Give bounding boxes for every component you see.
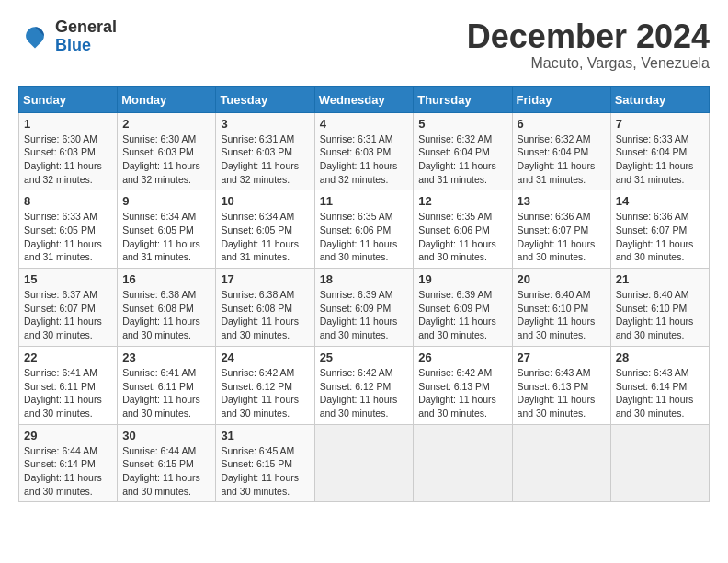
day-header-monday: Monday bbox=[118, 86, 216, 112]
day-detail: Sunrise: 6:34 AMSunset: 6:05 PMDaylight:… bbox=[122, 210, 210, 264]
day-detail: Sunrise: 6:33 AMSunset: 6:05 PMDaylight:… bbox=[24, 210, 112, 264]
day-header-tuesday: Tuesday bbox=[216, 86, 314, 112]
calendar-cell: 23Sunrise: 6:41 AMSunset: 6:11 PMDayligh… bbox=[118, 346, 216, 424]
day-detail: Sunrise: 6:44 AMSunset: 6:15 PMDaylight:… bbox=[122, 444, 210, 499]
day-number: 17 bbox=[221, 272, 309, 286]
week-row-4: 22Sunrise: 6:41 AMSunset: 6:11 PMDayligh… bbox=[19, 346, 710, 424]
calendar-subtitle: Macuto, Vargas, Venezuela bbox=[467, 55, 710, 72]
title-block: December 2024 Macuto, Vargas, Venezuela bbox=[467, 18, 710, 72]
calendar-cell: 16Sunrise: 6:38 AMSunset: 6:08 PMDayligh… bbox=[118, 269, 216, 347]
calendar-cell: 3Sunrise: 6:31 AMSunset: 6:03 PMDaylight… bbox=[216, 112, 314, 190]
calendar-cell: 9Sunrise: 6:34 AMSunset: 6:05 PMDaylight… bbox=[118, 190, 216, 269]
day-number: 6 bbox=[518, 117, 606, 131]
day-number: 23 bbox=[122, 350, 210, 364]
day-detail: Sunrise: 6:40 AMSunset: 6:10 PMDaylight:… bbox=[616, 288, 704, 342]
day-detail: Sunrise: 6:42 AMSunset: 6:12 PMDaylight:… bbox=[221, 366, 309, 420]
calendar-cell bbox=[414, 424, 512, 502]
calendar-cell: 28Sunrise: 6:43 AMSunset: 6:14 PMDayligh… bbox=[610, 346, 709, 424]
days-header-row: SundayMondayTuesdayWednesdayThursdayFrid… bbox=[19, 86, 710, 112]
calendar-cell: 31Sunrise: 6:45 AMSunset: 6:15 PMDayligh… bbox=[216, 424, 314, 502]
day-number: 28 bbox=[616, 350, 704, 364]
day-number: 25 bbox=[320, 350, 409, 364]
day-detail: Sunrise: 6:40 AMSunset: 6:10 PMDaylight:… bbox=[518, 288, 606, 342]
day-number: 16 bbox=[122, 272, 210, 286]
day-detail: Sunrise: 6:43 AMSunset: 6:13 PMDaylight:… bbox=[518, 366, 606, 420]
day-number: 4 bbox=[320, 117, 409, 131]
calendar-cell bbox=[512, 424, 610, 502]
day-detail: Sunrise: 6:45 AMSunset: 6:15 PMDaylight:… bbox=[221, 444, 309, 499]
calendar-cell: 18Sunrise: 6:39 AMSunset: 6:09 PMDayligh… bbox=[314, 269, 414, 347]
day-header-saturday: Saturday bbox=[610, 86, 709, 112]
day-header-thursday: Thursday bbox=[414, 86, 512, 112]
day-number: 3 bbox=[221, 117, 309, 131]
calendar-cell: 4Sunrise: 6:31 AMSunset: 6:03 PMDaylight… bbox=[314, 112, 414, 190]
day-number: 8 bbox=[24, 194, 112, 208]
day-number: 12 bbox=[418, 194, 506, 208]
day-detail: Sunrise: 6:31 AMSunset: 6:03 PMDaylight:… bbox=[221, 132, 309, 187]
day-number: 15 bbox=[24, 272, 112, 286]
day-number: 22 bbox=[24, 350, 112, 364]
calendar-cell: 8Sunrise: 6:33 AMSunset: 6:05 PMDaylight… bbox=[19, 190, 118, 269]
calendar-cell: 24Sunrise: 6:42 AMSunset: 6:12 PMDayligh… bbox=[216, 346, 314, 424]
day-number: 1 bbox=[24, 117, 112, 131]
day-number: 7 bbox=[616, 117, 704, 131]
calendar-cell: 5Sunrise: 6:32 AMSunset: 6:04 PMDaylight… bbox=[414, 112, 512, 190]
calendar-cell: 12Sunrise: 6:35 AMSunset: 6:06 PMDayligh… bbox=[414, 190, 512, 269]
day-detail: Sunrise: 6:30 AMSunset: 6:03 PMDaylight:… bbox=[24, 132, 112, 187]
calendar-cell: 2Sunrise: 6:30 AMSunset: 6:03 PMDaylight… bbox=[118, 112, 216, 190]
day-detail: Sunrise: 6:39 AMSunset: 6:09 PMDaylight:… bbox=[418, 288, 506, 342]
logo-text: General Blue bbox=[55, 18, 117, 55]
day-header-friday: Friday bbox=[512, 86, 610, 112]
page-header: General Blue December 2024 Macuto, Varga… bbox=[18, 18, 710, 72]
day-detail: Sunrise: 6:36 AMSunset: 6:07 PMDaylight:… bbox=[616, 210, 704, 264]
day-number: 30 bbox=[122, 429, 210, 442]
day-number: 26 bbox=[418, 350, 506, 364]
day-detail: Sunrise: 6:33 AMSunset: 6:04 PMDaylight:… bbox=[616, 132, 704, 187]
day-detail: Sunrise: 6:42 AMSunset: 6:13 PMDaylight:… bbox=[418, 366, 506, 420]
day-number: 20 bbox=[518, 272, 606, 286]
calendar-cell: 7Sunrise: 6:33 AMSunset: 6:04 PMDaylight… bbox=[610, 112, 709, 190]
day-number: 10 bbox=[221, 194, 309, 208]
day-detail: Sunrise: 6:32 AMSunset: 6:04 PMDaylight:… bbox=[518, 132, 606, 187]
day-number: 29 bbox=[24, 429, 112, 442]
calendar-body: 1Sunrise: 6:30 AMSunset: 6:03 PMDaylight… bbox=[19, 112, 710, 502]
day-detail: Sunrise: 6:38 AMSunset: 6:08 PMDaylight:… bbox=[221, 288, 309, 342]
week-row-5: 29Sunrise: 6:44 AMSunset: 6:14 PMDayligh… bbox=[19, 424, 710, 502]
day-detail: Sunrise: 6:30 AMSunset: 6:03 PMDaylight:… bbox=[122, 132, 210, 187]
day-number: 19 bbox=[418, 272, 506, 286]
day-detail: Sunrise: 6:31 AMSunset: 6:03 PMDaylight:… bbox=[320, 132, 409, 187]
day-detail: Sunrise: 6:44 AMSunset: 6:14 PMDaylight:… bbox=[24, 444, 112, 499]
day-number: 24 bbox=[221, 350, 309, 364]
day-number: 27 bbox=[518, 350, 606, 364]
calendar-cell: 21Sunrise: 6:40 AMSunset: 6:10 PMDayligh… bbox=[610, 269, 709, 347]
logo-blue: Blue bbox=[55, 37, 117, 55]
day-detail: Sunrise: 6:34 AMSunset: 6:05 PMDaylight:… bbox=[221, 210, 309, 264]
week-row-2: 8Sunrise: 6:33 AMSunset: 6:05 PMDaylight… bbox=[19, 190, 710, 269]
day-number: 21 bbox=[616, 272, 704, 286]
day-detail: Sunrise: 6:35 AMSunset: 6:06 PMDaylight:… bbox=[418, 210, 506, 264]
day-detail: Sunrise: 6:39 AMSunset: 6:09 PMDaylight:… bbox=[320, 288, 409, 342]
calendar-cell: 17Sunrise: 6:38 AMSunset: 6:08 PMDayligh… bbox=[216, 269, 314, 347]
calendar-cell: 29Sunrise: 6:44 AMSunset: 6:14 PMDayligh… bbox=[19, 424, 118, 502]
calendar-table: SundayMondayTuesdayWednesdayThursdayFrid… bbox=[18, 86, 710, 503]
day-number: 11 bbox=[320, 194, 409, 208]
day-header-sunday: Sunday bbox=[19, 86, 118, 112]
week-row-3: 15Sunrise: 6:37 AMSunset: 6:07 PMDayligh… bbox=[19, 269, 710, 347]
day-detail: Sunrise: 6:35 AMSunset: 6:06 PMDaylight:… bbox=[320, 210, 409, 264]
day-number: 14 bbox=[616, 194, 704, 208]
calendar-cell: 19Sunrise: 6:39 AMSunset: 6:09 PMDayligh… bbox=[414, 269, 512, 347]
day-number: 5 bbox=[418, 117, 506, 131]
logo-icon bbox=[18, 20, 51, 53]
logo-general: General bbox=[55, 18, 117, 37]
calendar-cell: 20Sunrise: 6:40 AMSunset: 6:10 PMDayligh… bbox=[512, 269, 610, 347]
calendar-cell bbox=[314, 424, 414, 502]
calendar-header: SundayMondayTuesdayWednesdayThursdayFrid… bbox=[19, 86, 710, 112]
day-number: 9 bbox=[122, 194, 210, 208]
calendar-cell: 14Sunrise: 6:36 AMSunset: 6:07 PMDayligh… bbox=[610, 190, 709, 269]
day-header-wednesday: Wednesday bbox=[314, 86, 414, 112]
day-number: 18 bbox=[320, 272, 409, 286]
calendar-cell: 27Sunrise: 6:43 AMSunset: 6:13 PMDayligh… bbox=[512, 346, 610, 424]
calendar-cell: 6Sunrise: 6:32 AMSunset: 6:04 PMDaylight… bbox=[512, 112, 610, 190]
calendar-title: December 2024 bbox=[467, 18, 710, 55]
calendar-cell: 22Sunrise: 6:41 AMSunset: 6:11 PMDayligh… bbox=[19, 346, 118, 424]
